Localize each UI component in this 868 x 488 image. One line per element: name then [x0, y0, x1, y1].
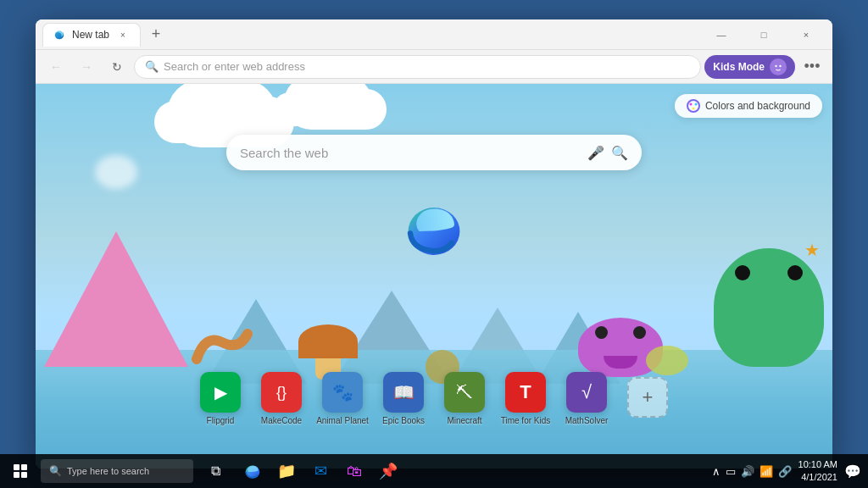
snake-creature [188, 317, 256, 371]
taskbar-search-icon: 🔍 [49, 465, 62, 477]
system-tray: ∧ ▭ 🔊 📶 🔗 [712, 465, 792, 478]
address-placeholder: Search or enter web address [164, 60, 305, 73]
start-button[interactable] [7, 458, 34, 485]
animal-planet-icon: 🐾 [322, 372, 363, 413]
taskbar-edge[interactable] [237, 456, 268, 486]
taskbar-search[interactable]: 🔍 Type here to search [41, 459, 193, 483]
tab-area: New tab × + [42, 23, 698, 47]
mushroom-creature [298, 324, 358, 375]
add-shortcut-icon: + [627, 377, 668, 418]
taskbar-app-5[interactable]: 📌 [373, 456, 403, 486]
maximize-button[interactable]: □ [744, 23, 783, 47]
kids-mode-label: Kids Mode [713, 61, 765, 73]
svg-point-5 [689, 103, 692, 106]
svg-point-6 [694, 103, 697, 106]
search-placeholder-text: Search the web [240, 146, 581, 160]
epic-books-label: Epic Books [382, 416, 425, 426]
tab-favicon-icon [53, 29, 65, 41]
colors-background-button[interactable]: Colors and background [675, 94, 822, 118]
shortcut-makecode[interactable]: {} MakeCode [253, 372, 310, 426]
kids-face-icon [771, 60, 785, 74]
system-clock[interactable]: 10:10 AM 4/1/2021 [798, 458, 837, 485]
flipgrid-label: Flipgrid [207, 416, 235, 426]
minecraft-label: Minecraft [447, 416, 481, 426]
tray-speaker[interactable]: 🔊 [741, 465, 754, 478]
small-creature-2 [646, 346, 688, 375]
app-shortcuts: ▶ Flipgrid {} MakeCode 🐾 Animal Plan [192, 372, 676, 426]
tray-chevron[interactable]: ∧ [712, 465, 721, 478]
search-submit-icon[interactable]: 🔍 [611, 145, 628, 161]
taskbar-store[interactable]: 🛍 [339, 456, 370, 486]
tray-battery[interactable]: ▭ [726, 465, 736, 478]
taskbar-file-explorer[interactable]: 📁 [271, 456, 302, 486]
kids-avatar [770, 58, 787, 75]
svg-point-3 [779, 64, 781, 66]
close-button[interactable]: × [787, 23, 826, 47]
shortcut-mathsolver[interactable]: √ MathSolver [558, 372, 615, 426]
add-shortcut[interactable]: + [619, 377, 676, 421]
browser-window: New tab × + — □ × ← → ↻ 🔍 Search or ente… [36, 19, 832, 469]
title-bar: New tab × + — □ × [36, 19, 832, 50]
animal-planet-label: Animal Planet [316, 416, 369, 426]
address-bar[interactable]: 🔍 Search or enter web address [134, 55, 701, 79]
taskbar-right: ∧ ▭ 🔊 📶 🔗 10:10 AM 4/1/2021 💬 [712, 458, 861, 485]
time-for-kids-icon: T [505, 372, 546, 413]
windows-logo-icon [14, 464, 27, 478]
nav-bar: ← → ↻ 🔍 Search or enter web address Kids… [36, 50, 832, 84]
colors-background-label: Colors and background [705, 100, 810, 112]
kids-mode-button[interactable]: Kids Mode [704, 55, 795, 79]
minimize-button[interactable]: — [702, 23, 741, 47]
svg-point-2 [775, 64, 776, 66]
tab-title: New tab [72, 29, 109, 41]
clock-time: 10:10 AM [798, 458, 837, 471]
makecode-label: MakeCode [261, 416, 302, 426]
more-menu-button[interactable]: ••• [798, 53, 826, 80]
kids-new-tab-bg: ★ [36, 84, 832, 469]
notification-button[interactable]: 💬 [844, 463, 861, 480]
task-view-button[interactable]: ⧉ [200, 456, 231, 486]
taskbar: 🔍 Type here to search ⧉ 📁 [0, 454, 868, 488]
makecode-icon: {} [261, 372, 302, 413]
cloud-decoration-2 [273, 92, 341, 126]
mathsolver-icon: √ [566, 372, 607, 413]
tray-link[interactable]: 🔗 [778, 465, 792, 478]
browser-content: ★ [36, 84, 832, 469]
tab-close-btn[interactable]: × [116, 28, 130, 42]
window-controls: — □ × [702, 23, 826, 47]
new-tab-tab[interactable]: New tab × [42, 23, 141, 47]
microphone-icon[interactable]: 🎤 [587, 145, 604, 161]
refresh-button[interactable]: ↻ [103, 53, 131, 80]
search-box[interactable]: Search the web 🎤 🔍 [226, 135, 642, 170]
taskbar-apps: 📁 ✉ 🛍 📌 [237, 456, 403, 486]
forward-button[interactable]: → [73, 53, 100, 80]
shortcut-flipgrid[interactable]: ▶ Flipgrid [192, 372, 249, 426]
search-container: Search the web 🎤 🔍 [226, 135, 642, 170]
svg-point-7 [692, 108, 694, 110]
minecraft-icon: ⛏ [444, 372, 485, 413]
search-icon: 🔍 [145, 60, 159, 73]
pink-volcano [44, 231, 188, 367]
shortcut-minecraft[interactable]: ⛏ Minecraft [436, 372, 493, 426]
shortcut-animal-planet[interactable]: 🐾 Animal Planet [314, 372, 371, 426]
svg-point-4 [687, 100, 699, 112]
clock-date: 4/1/2021 [798, 471, 837, 484]
green-monster: ★ [714, 248, 824, 367]
shortcut-epic-books[interactable]: 📖 Epic Books [375, 372, 432, 426]
epic-books-icon: 📖 [383, 372, 424, 413]
mathsolver-label: MathSolver [565, 416, 609, 426]
taskbar-search-placeholder: Type here to search [67, 466, 149, 476]
svg-point-1 [772, 61, 784, 73]
back-button[interactable]: ← [42, 53, 70, 80]
flipgrid-icon: ▶ [200, 372, 241, 413]
edge-logo [400, 194, 468, 262]
palette-icon [687, 99, 700, 113]
new-tab-button[interactable]: + [144, 23, 168, 47]
taskbar-mail[interactable]: ✉ [305, 456, 336, 486]
time-for-kids-label: Time for Kids [501, 416, 551, 426]
tray-network[interactable]: 📶 [760, 465, 773, 478]
shortcut-time-for-kids[interactable]: T Time for Kids [497, 372, 554, 426]
